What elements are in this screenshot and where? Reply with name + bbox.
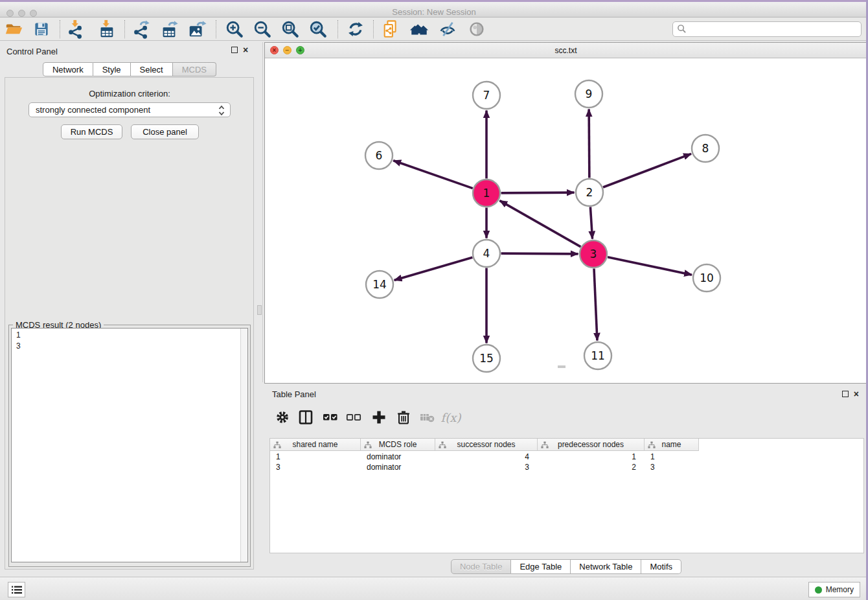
network-graph-canvas[interactable]: 7968124314101511 <box>265 58 867 384</box>
export-image-button[interactable] <box>187 19 207 40</box>
zoom-selected-button[interactable] <box>308 19 328 40</box>
edge-3-11[interactable] <box>594 268 597 340</box>
search-icon <box>677 24 687 34</box>
delete-table-button <box>418 408 437 426</box>
cell[interactable]: 3 <box>435 462 538 472</box>
column-header-predecessor-nodes[interactable]: predecessor nodes <box>538 439 645 451</box>
delete-columns-button[interactable] <box>394 408 413 426</box>
table-panel: Table Panel × f(x) shared nameMCDS roles… <box>264 387 868 577</box>
gear-icon <box>275 410 290 424</box>
edge-1-2[interactable] <box>501 192 574 193</box>
sort-tree-icon <box>364 441 372 449</box>
tab-motifs[interactable]: Motifs <box>641 559 681 574</box>
sort-tree-icon <box>541 441 549 449</box>
export-network-icon <box>131 19 151 39</box>
deselect-all-button[interactable] <box>345 408 363 426</box>
cell[interactable]: 3 <box>645 462 699 472</box>
cell[interactable]: dominator <box>361 462 435 472</box>
refresh-icon <box>347 20 365 38</box>
cell[interactable]: dominator <box>361 452 435 462</box>
tab-select[interactable]: Select <box>131 62 173 76</box>
list-icon <box>12 586 22 594</box>
tab-node-table[interactable]: Node Table <box>451 559 512 574</box>
node-label-10: 10 <box>700 271 714 284</box>
column-header-shared-name[interactable]: shared name <box>270 439 361 451</box>
show-graphics-button[interactable] <box>466 19 487 40</box>
open-session-button[interactable] <box>4 19 25 40</box>
select-all-button[interactable] <box>321 408 339 426</box>
column-header-name[interactable]: name <box>645 439 699 451</box>
table-row[interactable]: 1dominator411 <box>270 452 699 462</box>
tab-mcds[interactable]: MCDS <box>173 62 216 76</box>
open-folder-icon <box>5 19 24 39</box>
cell[interactable]: 1 <box>645 452 699 462</box>
cell[interactable]: 3 <box>270 462 361 472</box>
import-table-button[interactable] <box>96 19 117 40</box>
float-panel-icon[interactable] <box>231 47 238 53</box>
panel-divider-handle[interactable] <box>257 305 262 315</box>
node-table[interactable]: shared nameMCDS rolesuccessor nodesprede… <box>269 438 864 553</box>
run-mcds-button[interactable]: Run MCDS <box>61 124 122 139</box>
edge-3-1[interactable] <box>499 201 580 247</box>
close-panel-icon[interactable]: × <box>243 47 248 53</box>
tab-network[interactable]: Network <box>43 62 93 76</box>
result-line: 1 <box>16 330 247 341</box>
criterion-select[interactable]: strongly connected component <box>29 102 231 117</box>
edge-2-8[interactable] <box>603 154 691 187</box>
canvas-resize-handle[interactable] <box>558 365 565 368</box>
column-header-MCDS-role[interactable]: MCDS role <box>361 439 435 451</box>
search-field[interactable] <box>672 21 862 37</box>
edge-4-3[interactable] <box>501 253 578 254</box>
edge-4-14[interactable] <box>394 257 473 280</box>
eye-icon <box>467 19 486 39</box>
trash-icon <box>396 410 411 425</box>
zoom-in-button[interactable] <box>224 19 245 40</box>
network-window-titlebar[interactable]: × − + scc.txt <box>265 43 867 58</box>
deselect-all-icon <box>345 409 362 426</box>
mcds-result-text[interactable]: 13 <box>11 328 248 562</box>
create-column-button[interactable] <box>370 408 388 426</box>
tab-style[interactable]: Style <box>93 62 131 76</box>
task-history-button[interactable] <box>8 582 25 597</box>
table-settings-button[interactable] <box>273 408 291 426</box>
tab-edge-table[interactable]: Edge Table <box>511 559 571 574</box>
hide-graphics-button[interactable] <box>437 19 458 40</box>
zoom-fit-button[interactable] <box>280 19 301 40</box>
column-header-successor-nodes[interactable]: successor nodes <box>435 439 538 451</box>
refresh-button[interactable] <box>345 19 366 40</box>
node-label-9: 9 <box>586 87 593 100</box>
scrollbar[interactable] <box>240 329 247 562</box>
function-icon: f(x) <box>441 411 461 424</box>
export-table-button[interactable] <box>159 19 179 40</box>
result-line: 3 <box>16 341 247 352</box>
memory-button[interactable]: Memory <box>808 582 860 597</box>
mcds-result-lines: 13 <box>16 330 247 352</box>
zoom-selected-icon <box>308 19 328 39</box>
save-session-button[interactable] <box>31 19 52 40</box>
zoom-fit-icon <box>280 19 300 39</box>
tab-network-table[interactable]: Network Table <box>571 559 641 574</box>
copy-network-icon <box>382 19 401 39</box>
edge-3-10[interactable] <box>608 257 692 275</box>
close-panel-icon[interactable]: × <box>854 391 859 397</box>
import-network-button[interactable] <box>65 19 86 40</box>
edge-2-3[interactable] <box>590 207 592 238</box>
houses-button[interactable] <box>409 19 429 40</box>
show-column-button[interactable] <box>297 408 315 426</box>
zoom-in-icon <box>225 19 244 39</box>
export-network-button[interactable] <box>131 19 152 40</box>
search-input[interactable] <box>672 21 862 37</box>
cell[interactable]: 1 <box>270 452 361 462</box>
copy-network-button[interactable] <box>381 19 402 40</box>
cell[interactable]: 2 <box>538 462 645 472</box>
panel-divider[interactable] <box>262 42 263 382</box>
edge-1-6[interactable] <box>393 161 473 189</box>
background-window-edge-top <box>0 0 868 2</box>
float-panel-icon[interactable] <box>842 391 849 397</box>
table-row[interactable]: 3dominator323 <box>270 462 699 472</box>
cell[interactable]: 4 <box>435 452 538 462</box>
edge-2-9[interactable] <box>589 109 589 178</box>
close-panel-button[interactable]: Close panel <box>131 124 199 139</box>
cell[interactable]: 1 <box>538 452 645 462</box>
zoom-out-button[interactable] <box>252 19 273 40</box>
